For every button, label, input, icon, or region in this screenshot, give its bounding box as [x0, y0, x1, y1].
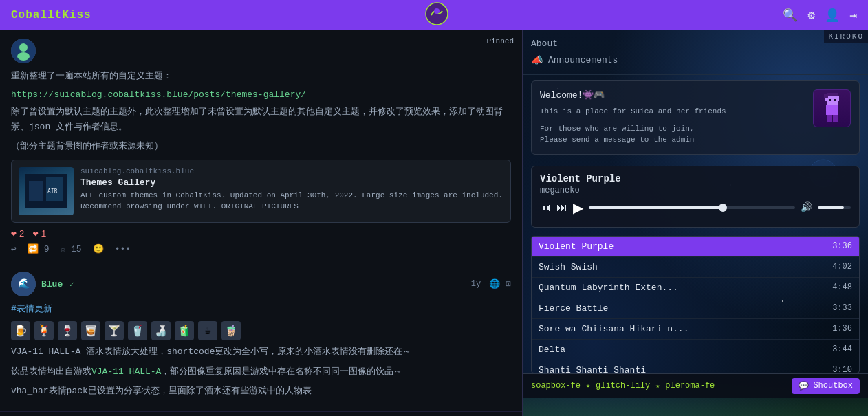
footer-tag-pleroma[interactable]: pleroma-fe	[665, 381, 715, 391]
progress-bar[interactable]	[589, 206, 795, 209]
post-text-b2: 饮品表情均出自游戏VJA-11 HALL-A，部分图像重复原因是游戏中存在名称不…	[11, 364, 511, 380]
emoji-1: 🍺	[11, 321, 30, 340]
svg-point-1	[434, 8, 440, 14]
volume-icon: 🔊	[801, 201, 812, 213]
link-preview-title: Themes Gallery	[80, 177, 503, 188]
post-text-b3: vha_bar表情pack已设置为分享状态，里面除了酒水还有些游戏中的人物表	[11, 384, 511, 399]
post-hashtag[interactable]: #表情更新	[11, 302, 511, 317]
emoji-8: 🧃	[175, 321, 194, 340]
post-header-2: 🌊 Blue ✓ 1y 🌐 ⊡	[11, 272, 511, 296]
volume-bar[interactable]	[818, 206, 851, 209]
emoji-3: 🍷	[58, 321, 77, 340]
post-header	[11, 39, 511, 63]
prev-track-button[interactable]: ⏮	[540, 202, 551, 213]
emoji-7: 🍶	[151, 321, 171, 340]
nav-icons: 🔍 ⚙ 👤 ⇥	[783, 8, 857, 23]
footer-tag-glitch[interactable]: glitch-lily	[596, 381, 650, 391]
music-controls: ⏮ ⏭ ▶ 🔊	[540, 201, 851, 215]
reply-button[interactable]: ↩	[11, 243, 17, 254]
svg-point-4	[17, 52, 30, 61]
logout-icon[interactable]: ⇥	[849, 8, 857, 23]
playlist-duration-3: 3:33	[832, 303, 852, 313]
instance-welcome: Welcome!👾🎮	[540, 89, 806, 100]
emoji-6: 🥤	[128, 321, 147, 340]
playlist-item-2[interactable]: Quantum Labyrinth Exten... 4:48	[532, 278, 859, 298]
playlist-item-0[interactable]: Violent Purple 3:36	[532, 237, 859, 257]
playlist-item-5[interactable]: Delta 3:44	[532, 340, 859, 360]
gear-icon[interactable]: ⚙	[807, 8, 815, 23]
more-button[interactable]: •••	[115, 244, 131, 254]
emoji-react-button[interactable]: 🙂	[93, 243, 104, 254]
logo	[424, 1, 449, 30]
megaphone-icon: 📣	[531, 54, 543, 66]
playlist-item-6[interactable]: Shanti Shanti Shanti 3:10	[532, 360, 859, 373]
brand-name[interactable]: CoballtKiss	[11, 9, 91, 21]
playlist-duration-4: 1:36	[832, 324, 852, 333]
playlist-duration-1: 4:02	[832, 262, 852, 272]
link-preview-card: AIR suicablog.cobaltkiss.blue Themes Gal…	[11, 160, 511, 223]
post-link[interactable]: https://suicablog.cobaltkiss.blue/posts/…	[11, 89, 306, 100]
playlist-name-5: Delta	[539, 344, 832, 355]
repost-button[interactable]: 🔁 9	[28, 243, 50, 254]
about-label: About	[531, 39, 558, 49]
search-icon[interactable]: 🔍	[783, 8, 798, 23]
heart-reaction-1[interactable]: ❤ 2	[11, 228, 25, 239]
kiroko-badge: KIROKO	[824, 30, 868, 43]
heart-reaction-2[interactable]: ❤ 1	[33, 228, 47, 239]
svg-rect-15	[836, 96, 839, 101]
instance-desc-1: This is a place for Suica and her friend…	[540, 106, 806, 118]
svg-text:AIR: AIR	[47, 188, 58, 195]
playlist-name-6: Shanti Shanti Shanti	[539, 365, 832, 373]
post-text-line2: 除了曾设置为默认主题的主题外，此次整理增加了未曾设置为默认主题的其他自定义主题，…	[11, 105, 511, 135]
link-preview-thumbnail: AIR	[19, 167, 74, 215]
svg-rect-21	[827, 115, 832, 122]
svg-rect-6	[29, 181, 43, 201]
favorite-button[interactable]: ☆ 15	[60, 243, 81, 254]
progress-fill	[589, 206, 723, 209]
game-link[interactable]: VJA-11 HALL-A	[91, 366, 161, 377]
music-artist: meganeko	[540, 186, 851, 195]
playlist-name-0: Violent Purple	[539, 241, 832, 252]
about-nav-item[interactable]: About	[531, 36, 860, 52]
footer-star-2: ★	[655, 382, 660, 390]
post-time-2: 1y	[471, 279, 481, 289]
globe-icon-2: 🌐	[489, 278, 500, 289]
right-panel: KIROKO About 📣 Announcements Welcome!👾🎮 …	[523, 30, 868, 416]
svg-rect-20	[826, 105, 838, 115]
instance-desc-2: For those who are willing to join,	[540, 123, 806, 135]
footer-bar: soapbox-fe ★ glitch-lily ★ pleroma-fe 💬 …	[523, 373, 868, 398]
playlist-item-4[interactable]: Sore wa Chiisana Hikari n... 1:36	[532, 319, 859, 340]
volume-fill	[818, 206, 844, 209]
emoji-row: 🍺 🍹 🍷 🥃 🍸 🥤 🍶 🧃 ☕ 🧋	[11, 321, 511, 340]
playlist-duration-2: 4:48	[832, 283, 852, 292]
playlist-name-4: Sore wa Chiisana Hikari n...	[539, 324, 832, 334]
skip-back-button[interactable]: ⏭	[556, 202, 567, 213]
music-player: Violent Purple meganeko ⏮ ⏭ ▶ 🔊	[531, 166, 860, 228]
avatar-2: 🌊	[11, 272, 36, 296]
right-content: KIROKO About 📣 Announcements Welcome!👾🎮 …	[523, 30, 868, 416]
post-card-2: 🌊 Blue ✓ 1y 🌐 ⊡ #表情更新 🍺 🍹 🍷 🥃	[0, 263, 522, 411]
user-circle-icon[interactable]: 👤	[825, 8, 840, 23]
svg-rect-13	[827, 94, 838, 105]
announcements-nav-item[interactable]: 📣 Announcements	[531, 52, 860, 69]
playlist-item-3[interactable]: Fierce Battle 3:33	[532, 298, 859, 319]
feed-panel: 重新整理了一遍本站所有的自定义主题： https://suicablog.cob…	[0, 30, 523, 416]
post-author-2: Blue ✓	[41, 279, 74, 289]
top-navigation: CoballtKiss 🔍 ⚙ 👤 ⇥	[0, 0, 868, 30]
footer-tag-soapbox[interactable]: soapbox-fe	[531, 381, 581, 391]
link-preview-desc: ALL custom themes in CobaltKiss. Updated…	[80, 190, 503, 212]
shoutbox-button[interactable]: 💬 Shoutbox	[792, 378, 860, 394]
playlist-duration-0: 3:36	[832, 241, 852, 251]
link-preview-content: suicablog.cobaltkiss.blue Themes Gallery…	[80, 167, 503, 215]
svg-rect-22	[833, 115, 838, 122]
progress-thumb	[719, 204, 727, 212]
svg-rect-18	[829, 99, 831, 101]
post-card: 重新整理了一遍本站所有的自定义主题： https://suicablog.cob…	[0, 30, 522, 263]
playlist-name-2: Quantum Labyrinth Exten...	[539, 283, 832, 293]
playlist-item-1[interactable]: Swish Swish 4:02	[532, 257, 859, 278]
post-text-b1: VJA-11 HALL-A 酒水表情放大处理，shortcode更改为全小写，原…	[11, 344, 511, 360]
instance-box: Welcome!👾🎮 This is a place for Suica and…	[531, 80, 860, 155]
play-pause-button[interactable]: ▶	[573, 201, 583, 215]
music-title: Violent Purple	[540, 173, 851, 184]
svg-text:🌊: 🌊	[18, 278, 30, 289]
